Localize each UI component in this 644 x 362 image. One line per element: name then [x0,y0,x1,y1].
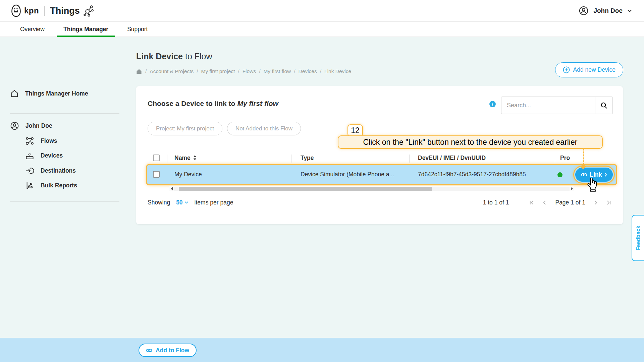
tab-support[interactable]: Support [120,22,154,37]
breadcrumb-devices[interactable]: Devices [299,68,317,74]
chip-not-added-filter[interactable]: Not Added to this Flow [227,122,301,135]
showing-label: Showing [148,199,170,206]
main-content: Link Deviceto Flow Account & Projects My… [0,37,644,338]
flows-icon [25,136,34,145]
breadcrumb-my-first-project[interactable]: My first project [201,68,235,74]
search-input[interactable] [501,97,595,114]
brand-divider [44,6,45,16]
breadcrumb-my-first-flow[interactable]: My first flow [263,68,291,74]
card-heading-prefix: Choose a Device to link to [148,100,235,107]
feedback-tab[interactable]: Feedback [632,215,644,261]
page-size-value: 50 [176,199,182,206]
pagination-bar: Showing 50 items per page 1 to 1 of 1 Pa… [148,197,611,208]
search-icon [600,102,608,109]
breadcrumb-flows[interactable]: Flows [243,68,256,74]
page-size-dropdown[interactable]: 50 [176,199,188,206]
tab-overview[interactable]: Overview [13,22,51,37]
column-header-project[interactable]: Pro [560,155,570,162]
device-icon [25,151,34,160]
sidebar-divider [10,113,119,114]
sort-icon[interactable] [193,155,197,160]
sidebar-divider [10,201,119,202]
plus-circle-icon [563,66,570,73]
bulk-reports-icon [25,181,34,190]
breadcrumb-separator [256,68,263,74]
sidebar-item-devices[interactable]: Devices [25,150,63,161]
card-heading-flow-name: My first flow [237,100,278,107]
device-name-cell: My Device [174,171,202,178]
chevron-down-icon [627,9,632,12]
tab-things-manager[interactable]: Things Manager [57,22,115,37]
column-separator [167,155,167,163]
sidebar-item-user[interactable]: John Doe [10,121,52,131]
horizontal-scrollbar[interactable] [169,186,574,191]
device-list-card: Choose a Device to link toMy first flow … [136,86,623,224]
breadcrumb-account-projects[interactable]: Account & Projects [150,68,194,74]
link-button-label: Link [590,171,602,178]
person-icon [10,121,19,130]
user-avatar-icon [579,6,589,16]
destinations-icon [25,166,34,175]
kpn-crown-icon [10,4,22,17]
page-title-bold: Link Device [136,52,183,61]
table-header: Name Type DevEUI / IMEI / DvnUUID Pro [136,152,623,165]
brand-product-text: Things [50,6,80,16]
table-row[interactable]: My Device Device Simulator (Mobile Phone… [146,164,617,185]
first-page-icon[interactable] [529,200,534,205]
column-header-deveui[interactable]: DevEUI / IMEI / DvnUUID [418,155,486,162]
breadcrumb-separator [317,68,324,74]
mouse-cursor-hand [587,178,598,192]
select-all-checkbox[interactable] [153,155,160,161]
sidebar-bulk-reports-label: Bulk Reports [41,182,77,189]
app-header: kpn Things John Doe [0,0,644,21]
page-indicator-label: Page 1 of 1 [555,199,585,206]
things-molecule-icon [83,5,94,17]
breadcrumb-separator [194,68,201,74]
sidebar-item-destinations[interactable]: Destinations [25,166,76,176]
previous-page-icon[interactable] [542,200,547,205]
breadcrumb-link-device: Link Device [324,68,351,74]
column-header-type[interactable]: Type [301,155,314,162]
breadcrumb-separator [235,68,242,74]
page-title: Link Deviceto Flow [136,52,212,61]
user-menu[interactable]: John Doe [579,0,632,21]
range-label: 1 to 1 of 1 [483,199,509,206]
column-header-name[interactable]: Name [174,155,197,162]
main-nav: Overview Things Manager Support [0,21,644,37]
next-page-icon[interactable] [593,200,598,205]
annotation-callout: Click on the "Link" button next to the d… [338,135,603,149]
user-name: John Doe [593,7,623,14]
chip-project-filter[interactable]: Project: My first project [148,122,222,135]
home-outline-icon [10,89,19,98]
search-button[interactable] [595,97,612,114]
filter-chips: Project: My first project Not Added to t… [148,122,301,135]
items-per-page-label: items per page [195,199,233,206]
add-to-flow-label: Add to Flow [156,347,189,354]
annotation-step-badge: 12 [347,124,363,137]
last-page-icon[interactable] [606,200,611,205]
sidebar-item-flows[interactable]: Flows [25,136,57,146]
info-icon[interactable]: i [489,101,496,107]
scrollbar-thumb[interactable] [179,187,432,191]
feedback-label: Feedback [635,226,641,250]
status-dot-green [557,172,562,177]
home-icon[interactable] [136,69,142,74]
row-checkbox[interactable] [153,171,160,178]
breadcrumb-separator [142,68,150,74]
column-separator [555,155,555,163]
page-title-rest: to Flow [185,52,212,61]
device-type-cell: Device Simulator (Mobile Phone a... [301,171,394,178]
column-name-label: Name [174,155,191,161]
add-to-flow-button[interactable]: Add to Flow [139,344,197,357]
sidebar-item-bulk-reports[interactable]: Bulk Reports [25,180,77,190]
chain-link-icon [145,346,154,355]
sidebar-item-things-manager-home[interactable]: Things Manager Home [10,88,88,99]
scroll-left-arrow-icon[interactable] [169,187,174,190]
scroll-right-arrow-icon[interactable] [570,187,574,190]
column-separator [291,155,291,163]
scrollbar-track[interactable] [174,187,570,191]
add-new-device-button[interactable]: Add new Device [555,62,623,77]
sidebar-flows-label: Flows [41,137,57,144]
sidebar-home-label: Things Manager Home [25,90,88,97]
brand-logo[interactable]: kpn Things [10,0,94,21]
